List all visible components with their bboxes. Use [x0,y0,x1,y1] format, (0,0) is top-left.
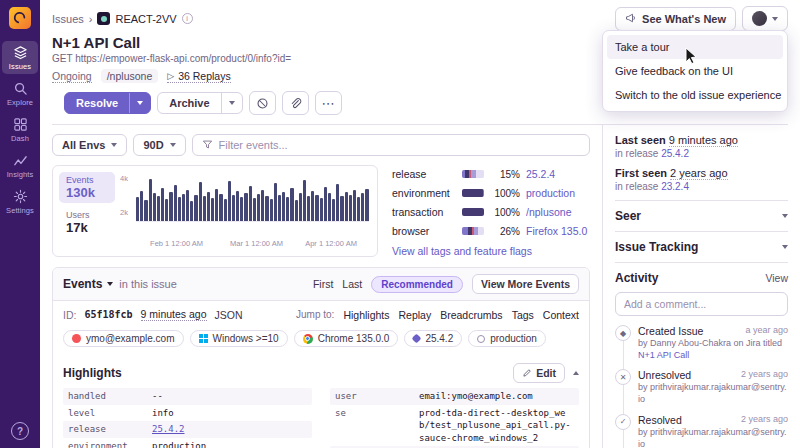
release-chip[interactable]: 25.4.2 [404,330,462,347]
event-json-link[interactable]: JSON [215,309,243,321]
events-stat[interactable]: Events 130k [59,172,115,203]
chart-bar [336,184,339,221]
view-all-tags-link[interactable]: View all tags and feature flags [392,245,532,257]
chart-bar [178,197,181,221]
tag-percent: 26% [490,226,520,237]
y-axis-tick: 2k [120,208,128,217]
chart-bar [149,179,152,221]
browser-chip[interactable]: Chrome 135.0.0 [294,330,399,347]
chart-bar [157,196,160,221]
collapse-chevron-icon[interactable] [573,371,579,375]
pagination-first[interactable]: First [313,278,333,290]
events-card: Events in this issue First Last Recommen… [52,267,590,448]
attachments-button[interactable] [282,91,309,115]
event-time-ago[interactable]: 9 minutes ago [141,308,207,321]
chart-bar [207,192,210,221]
tag-value-link[interactable]: 25.2.4 [526,168,590,180]
replays-label: 36 Replays [178,70,231,82]
recommended-pill[interactable]: Recommended [371,276,463,293]
highlight-value: prod-tda-direct--desktop_web/test_npluso… [419,407,574,445]
edit-highlights-button[interactable]: Edit [513,363,565,383]
activity-issue-link[interactable]: N+1 API Call [638,350,689,360]
tag-distribution-bar[interactable] [462,170,484,178]
sidebar-item-explore[interactable]: Explore [2,77,38,110]
chart-bar [215,189,218,221]
archive-button[interactable]: Archive [157,92,242,114]
jump-link-context[interactable]: Context [543,309,579,321]
first-seen-value[interactable]: 2 years ago [670,167,727,180]
event-id[interactable]: 65f18fcb [84,309,132,320]
tag-value-link[interactable]: production [526,187,590,199]
tag-value-link[interactable]: /nplusone [526,206,590,218]
edit-label: Edit [536,367,556,379]
tag-row: release 15% 25.2.4 [392,168,590,180]
environment-chip[interactable]: production [468,330,546,347]
more-actions-button[interactable]: ⋯ [315,91,342,115]
menu-item-take-a-tour[interactable]: Take a tour [607,35,783,59]
search-input[interactable] [219,139,580,151]
resolve-dropdown-caret[interactable] [129,93,150,113]
jump-link-replay[interactable]: Replay [398,309,431,321]
help-button[interactable]: ? [11,422,29,440]
breadcrumb-issues-link[interactable]: Issues [52,13,84,25]
play-icon: ▷ [167,71,174,81]
event-search[interactable] [192,134,590,156]
date-range-dropdown[interactable]: 90D [133,134,185,156]
sidebar-item-insights[interactable]: Insights [2,149,38,182]
dashboard-icon [13,117,28,132]
os-chip[interactable]: Windows >=10 [190,330,288,347]
tag-value-link[interactable]: Firefox 135.0 [526,225,590,237]
tag-distribution-bar[interactable] [462,189,484,197]
seer-section-toggle[interactable]: Seer [615,209,788,223]
sentry-logo[interactable] [9,7,31,29]
sidebar-item-issues[interactable]: Issues [2,41,38,74]
chart-bar [257,194,260,221]
user-chip[interactable]: ymo@example.com [63,330,184,347]
menu-item-switch-old-experience[interactable]: Switch to the old issue experience [607,83,783,107]
users-stat[interactable]: Users 17k [59,207,115,238]
divider [615,231,788,232]
first-release-link[interactable]: 23.2.4 [661,181,689,192]
chart-bar [140,191,143,221]
activity-view-link[interactable]: View [765,272,788,284]
tag-name: transaction [392,206,456,218]
comment-input[interactable] [615,292,788,316]
events-bar-chart[interactable]: 4k 2k Feb 1 12:00 AM Mar 1 12:00 AM Apr … [119,172,371,250]
pagination-last[interactable]: Last [342,278,362,290]
highlight-value[interactable]: 25.4.2 [152,423,307,436]
activity-item: ✓ Resolved2 years ago by prithvirajkumar… [615,414,788,448]
user-menu-button[interactable] [742,6,788,31]
whats-new-label: See What's New [642,13,726,25]
issue-tracking-toggle[interactable]: Issue Tracking [615,240,788,254]
last-release-link[interactable]: 25.4.2 [661,148,689,159]
whats-new-button[interactable]: See What's New [615,7,736,31]
environment-globe-icon [477,335,485,343]
chart-bar [219,194,222,221]
replays-link[interactable]: ▷ 36 Replays [167,70,230,83]
highlight-value: -- [152,390,307,403]
sidebar-item-settings[interactable]: Settings [2,185,38,218]
mute-button[interactable] [249,91,276,115]
sidebar-item-label: Issues [9,62,31,71]
last-seen-value[interactable]: 9 minutes ago [669,134,738,147]
info-icon[interactable]: i [182,13,193,24]
windows-logo-icon [199,334,208,343]
seer-label: Seer [615,209,641,223]
archive-dropdown-caret[interactable] [221,93,242,113]
jump-link-breadcrumbs[interactable]: Breadcrumbs [440,309,502,321]
sidebar-item-dash[interactable]: Dash [2,113,38,146]
resolve-button[interactable]: Resolve [64,92,151,114]
tag-distribution-bar[interactable] [462,227,484,235]
x-axis: Feb 1 12:00 AM Mar 1 12:00 AM Apr 1 12:0… [136,239,371,249]
jump-link-tags[interactable]: Tags [512,309,534,321]
env-filter-dropdown[interactable]: All Envs [52,134,127,156]
view-more-events-button[interactable]: View More Events [472,274,579,294]
jump-link-highlights[interactable]: Highlights [343,309,389,321]
activity-item-by: by Danny Abou-Chakra on Jira titled [638,338,782,348]
chart-bar [228,181,231,221]
tag-distribution-bar[interactable] [462,208,484,216]
breadcrumb-project[interactable]: REACT-2VV [115,13,176,25]
highlight-value: email:ymo@example.com [419,390,574,403]
status-ongoing[interactable]: Ongoing [52,70,92,83]
events-title-dropdown[interactable]: Events [63,277,113,291]
